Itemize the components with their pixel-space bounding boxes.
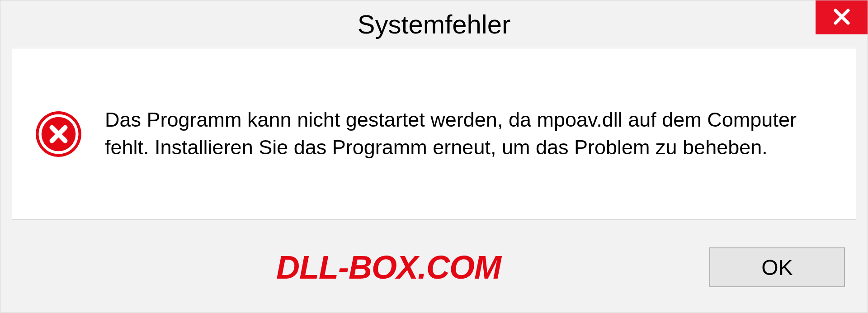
close-button[interactable] — [816, 0, 868, 34]
dialog-title: Systemfehler — [358, 9, 510, 39]
error-dialog: Systemfehler Das Programm kann nicht ges… — [0, 0, 868, 313]
dialog-footer: DLL-BOX.COM OK — [0, 236, 868, 313]
content-panel: Das Programm kann nicht gestartet werden… — [12, 48, 856, 220]
close-icon — [831, 6, 853, 29]
error-message: Das Programm kann nicht gestartet werden… — [105, 106, 810, 161]
ok-button[interactable]: OK — [709, 247, 845, 287]
error-icon — [35, 110, 82, 158]
titlebar: Systemfehler — [0, 0, 868, 48]
watermark-text: DLL-BOX.COM — [276, 249, 501, 286]
